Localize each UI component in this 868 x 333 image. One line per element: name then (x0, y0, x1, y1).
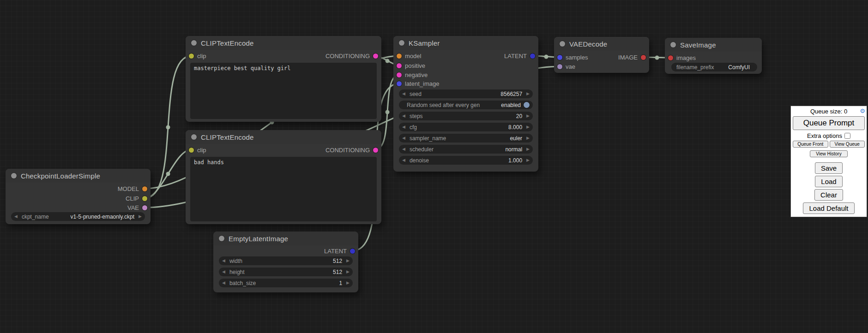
node-title-bar[interactable]: VAEDecode (554, 37, 649, 51)
input-slot-model[interactable]: model (397, 52, 421, 60)
node-title-bar[interactable]: SaveImage (665, 38, 762, 52)
node-title-bar[interactable]: CheckpointLoaderSimple (6, 169, 151, 183)
widget-value[interactable]: 8566257 (500, 91, 522, 97)
input-slot-negative[interactable]: negative (397, 71, 428, 79)
increment-arrow-icon[interactable]: ▶ (139, 214, 142, 219)
widget-value[interactable]: 8.000 (508, 124, 522, 131)
input-slot-clip[interactable]: clip (189, 146, 206, 154)
output-slot-conditioning[interactable]: CONDITIONING (326, 146, 378, 154)
output-slot-image[interactable]: IMAGE (618, 53, 646, 61)
output-slot-latent[interactable]: LATENT (504, 52, 535, 60)
widget-value[interactable]: v1-5-pruned-emaonly.ckpt (71, 214, 135, 220)
link-midpoint-dot[interactable] (544, 55, 549, 59)
input-slot-latent-image[interactable]: latent_image (397, 79, 439, 88)
node-empty-latent-image[interactable]: EmptyLatentImage LATENT ◀ width 512 ▶ ◀ … (213, 232, 358, 292)
input-slot-clip[interactable]: clip (189, 52, 206, 60)
prompt-textarea[interactable]: bad hands (190, 157, 377, 221)
decrement-arrow-icon[interactable]: ◀ (222, 259, 225, 263)
widget-value[interactable]: 1.000 (508, 157, 522, 164)
view-queue-button[interactable]: View Queue (830, 141, 865, 148)
increment-arrow-icon[interactable]: ▶ (526, 92, 530, 96)
batch-size-widget[interactable]: ◀ batch_size 1 ▶ (219, 279, 353, 287)
node-title-bar[interactable]: EmptyLatentImage (213, 232, 358, 245)
slot-dot[interactable] (142, 196, 147, 201)
widget-value[interactable]: 1 (339, 280, 342, 286)
increment-arrow-icon[interactable]: ▶ (526, 147, 530, 151)
increment-arrow-icon[interactable]: ▶ (346, 259, 350, 263)
slot-dot[interactable] (397, 63, 402, 68)
widget-value[interactable]: normal (505, 146, 522, 153)
steps-widget[interactable]: ◀ steps 20 ▶ (399, 112, 533, 120)
slot-dot[interactable] (142, 186, 147, 191)
widget-value[interactable]: euler (510, 135, 522, 142)
decrement-arrow-icon[interactable]: ◀ (14, 214, 18, 219)
slot-dot[interactable] (373, 148, 378, 153)
slot-dot[interactable] (557, 64, 562, 69)
link-midpoint-dot[interactable] (655, 56, 659, 60)
input-slot-positive[interactable]: positive (397, 61, 425, 70)
save-button[interactable]: Save (815, 162, 843, 174)
slot-dot[interactable] (189, 148, 194, 153)
denoise-widget[interactable]: ◀ denoise 1.000 ▶ (399, 156, 533, 165)
slot-dot[interactable] (397, 81, 402, 86)
collapse-dot-icon[interactable] (399, 40, 404, 46)
output-slot-vae[interactable]: VAE (127, 203, 147, 212)
slot-dot[interactable] (557, 55, 562, 60)
width-widget[interactable]: ◀ width 512 ▶ (219, 256, 353, 265)
collapse-dot-icon[interactable] (11, 173, 17, 178)
load-default-button[interactable]: Load Default (803, 202, 854, 214)
link-midpoint-dot[interactable] (166, 172, 170, 176)
link-midpoint-dot[interactable] (386, 110, 390, 114)
collapse-dot-icon[interactable] (670, 42, 676, 48)
filename-prefix-widget[interactable]: filename_prefix ComfyUI (671, 63, 757, 71)
queue-front-button[interactable]: Queue Front (793, 141, 828, 148)
height-widget[interactable]: ◀ height 512 ▶ (219, 268, 353, 276)
decrement-arrow-icon[interactable]: ◀ (402, 147, 405, 151)
collapse-dot-icon[interactable] (560, 41, 565, 47)
output-slot-conditioning[interactable]: CONDITIONING (326, 52, 378, 60)
node-clip-text-encode-negative[interactable]: CLIPTextEncode clip CONDITIONING bad han… (186, 130, 381, 224)
increment-arrow-icon[interactable]: ▶ (346, 281, 350, 285)
widget-value[interactable]: 512 (333, 258, 342, 264)
toggle-dot-icon[interactable] (524, 102, 530, 108)
input-slot-vae[interactable]: vae (557, 62, 575, 71)
link-midpoint-dot[interactable] (386, 59, 390, 63)
prompt-textarea[interactable]: masterpiece best quality girl (190, 63, 377, 119)
node-checkpoint-loader[interactable]: CheckpointLoaderSimple MODEL CLIP VAE ◀ … (6, 169, 151, 224)
clear-button[interactable]: Clear (814, 189, 843, 201)
output-slot-latent[interactable]: LATENT (324, 247, 355, 255)
ckpt-name-widget[interactable]: ◀ ckpt_name v1-5-pruned-emaonly.ckpt ▶ (11, 212, 145, 221)
slot-dot[interactable] (641, 55, 646, 60)
load-button[interactable]: Load (815, 176, 842, 187)
widget-value[interactable]: 512 (333, 269, 342, 275)
widget-value[interactable]: ComfyUI (728, 64, 750, 71)
random-seed-toggle-widget[interactable]: Random seed after every gen enabled (399, 101, 533, 109)
increment-arrow-icon[interactable]: ▶ (526, 114, 530, 118)
slot-dot[interactable] (142, 205, 147, 210)
widget-value[interactable]: 20 (516, 113, 522, 119)
link-midpoint-dot[interactable] (166, 125, 170, 130)
slot-dot[interactable] (350, 249, 355, 254)
output-slot-model[interactable]: MODEL (118, 184, 147, 193)
decrement-arrow-icon[interactable]: ◀ (222, 270, 225, 274)
slot-dot[interactable] (189, 54, 194, 59)
collapse-dot-icon[interactable] (219, 236, 224, 241)
node-ksampler[interactable]: KSampler model positive negative latent_… (393, 36, 538, 172)
decrement-arrow-icon[interactable]: ◀ (402, 158, 405, 162)
node-title-bar[interactable]: CLIPTextEncode (186, 36, 381, 50)
decrement-arrow-icon[interactable]: ◀ (402, 114, 405, 118)
increment-arrow-icon[interactable]: ▶ (526, 158, 530, 162)
extra-options-checkbox[interactable] (844, 133, 850, 139)
increment-arrow-icon[interactable]: ▶ (526, 136, 530, 140)
increment-arrow-icon[interactable]: ▶ (346, 270, 350, 274)
cfg-widget[interactable]: ◀ cfg 8.000 ▶ (399, 123, 533, 131)
node-title-bar[interactable]: KSampler (393, 36, 538, 50)
scheduler-widget[interactable]: ◀ scheduler normal ▶ (399, 145, 533, 154)
input-slot-images[interactable]: images (668, 54, 696, 62)
decrement-arrow-icon[interactable]: ◀ (402, 136, 405, 140)
decrement-arrow-icon[interactable]: ◀ (402, 125, 405, 129)
sampler-name-widget[interactable]: ◀ sampler_name euler ▶ (399, 134, 533, 143)
seed-widget[interactable]: ◀ seed 8566257 ▶ (399, 89, 533, 98)
slot-dot[interactable] (373, 54, 378, 59)
settings-gear-icon[interactable]: ⚙ (860, 107, 865, 114)
